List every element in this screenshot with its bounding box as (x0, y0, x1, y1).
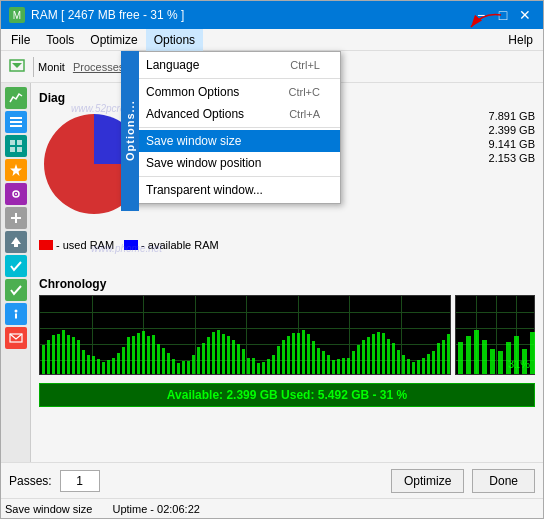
graph-main (39, 295, 451, 375)
dropdown-common-shortcut: Ctrl+C (289, 86, 320, 98)
svg-marker-1 (12, 63, 22, 68)
close-button[interactable]: ✕ (515, 5, 535, 25)
svg-rect-5 (10, 140, 15, 145)
svg-marker-14 (11, 237, 21, 247)
sidebar-icon-check[interactable] (5, 255, 27, 277)
dropdown-common-label: Common Options (146, 85, 239, 99)
menu-optimize[interactable]: Optimize (82, 29, 145, 51)
dropdown-advanced-options[interactable]: Advanced Options Ctrl+A (122, 103, 340, 125)
legend-available: - available RAM (124, 239, 219, 251)
svg-rect-13 (11, 217, 21, 219)
dropdown-advanced-shortcut: Ctrl+A (289, 108, 320, 120)
dropdown-transparent-label: Transparent window... (146, 183, 263, 197)
chronology-title: Chronology (39, 277, 535, 291)
sidebar-icon-star[interactable] (5, 159, 27, 181)
svg-point-11 (15, 193, 17, 195)
title-bar: M RAM [ 2467 MB free - 31 % ] − □ ✕ (1, 1, 543, 29)
dropdown-language-label: Language (146, 58, 199, 72)
bottom-toolbar: Passes: Optimize Done (1, 462, 543, 498)
dropdown-save-window-position[interactable]: Save window position (122, 152, 340, 174)
available-bar-text: Available: 2.399 GB Used: 5.492 GB - 31 … (167, 388, 407, 402)
legend-used-label: - used RAM (56, 239, 114, 251)
available-bar: Available: 2.399 GB Used: 5.492 GB - 31 … (39, 383, 535, 407)
menu-options[interactable]: Options (146, 29, 203, 51)
dropdown-separator-1 (122, 78, 340, 79)
sidebar-icon-list[interactable] (5, 111, 27, 133)
monitoring-label: Monit (38, 61, 65, 73)
svg-rect-8 (17, 147, 22, 152)
diagram-title: Diag (39, 91, 65, 105)
svg-point-15 (14, 310, 17, 313)
dropdown-advanced-label: Advanced Options (146, 107, 244, 121)
sidebar-icon-wrench[interactable] (5, 207, 27, 229)
menu-tools[interactable]: Tools (38, 29, 82, 51)
svg-rect-2 (10, 117, 22, 119)
maximize-button[interactable]: □ (493, 5, 513, 25)
dropdown-save-position-label: Save window position (146, 156, 261, 170)
menu-help[interactable]: Help (500, 31, 541, 49)
graph-small: 31% (455, 295, 535, 375)
sidebar-icon-settings[interactable] (5, 183, 27, 205)
title-buttons: − □ ✕ (471, 5, 535, 25)
sidebar-icon-graph[interactable] (5, 87, 27, 109)
legend-used: - used RAM (39, 239, 114, 251)
status-right: Uptime - 02:06:22 (112, 503, 199, 515)
sidebar-icon-grid[interactable] (5, 135, 27, 157)
status-bar: Save window size Uptime - 02:06:22 (1, 498, 543, 518)
dropdown-language-shortcut: Ctrl+L (290, 59, 320, 71)
sidebar-icon-info[interactable] (5, 303, 27, 325)
sidebar (1, 83, 31, 462)
menu-bar: File Tools Optimize Options Help (1, 29, 543, 51)
legend-available-label: - available RAM (141, 239, 219, 251)
dropdown-separator-3 (122, 176, 340, 177)
chronology-section: Chronology 31% (39, 277, 535, 375)
legend: - used RAM - available RAM (39, 239, 219, 251)
window-title: RAM [ 2467 MB free - 31 % ] (31, 8, 471, 22)
dropdown-save-window-size[interactable]: ✓ Save window size (122, 130, 340, 152)
svg-rect-16 (15, 314, 17, 319)
sidebar-icon-mail[interactable] (5, 327, 27, 349)
toolbar-separator (33, 57, 34, 77)
passes-label: Passes: (9, 474, 52, 488)
dropdown-save-size-label: Save window size (146, 134, 241, 148)
sidebar-icon-arrow[interactable] (5, 231, 27, 253)
dropdown-separator-2 (122, 127, 340, 128)
legend-box-red (39, 240, 53, 250)
dropdown-language[interactable]: Language Ctrl+L (122, 54, 340, 76)
main-window: M RAM [ 2467 MB free - 31 % ] − □ ✕ File… (0, 0, 544, 519)
legend-box-blue (124, 240, 138, 250)
dropdown-transparent-window[interactable]: Transparent window... (122, 179, 340, 201)
svg-rect-6 (17, 140, 22, 145)
minimize-button[interactable]: − (471, 5, 491, 25)
menu-file[interactable]: File (3, 29, 38, 51)
svg-rect-4 (10, 125, 22, 127)
status-left: Save window size (5, 503, 92, 515)
app-icon: M (9, 7, 25, 23)
check-mark-icon: ✓ (128, 135, 137, 148)
svg-rect-7 (10, 147, 15, 152)
svg-marker-9 (10, 164, 22, 176)
passes-input[interactable] (60, 470, 100, 492)
toolbar-icon-1[interactable] (5, 55, 29, 79)
done-button[interactable]: Done (472, 469, 535, 493)
sidebar-icon-check2[interactable] (5, 279, 27, 301)
optimize-button[interactable]: Optimize (391, 469, 464, 493)
svg-rect-3 (10, 121, 22, 123)
chronology-graphs: 31% (39, 295, 535, 375)
options-dropdown: Language Ctrl+L Common Options Ctrl+C Ad… (121, 51, 341, 204)
dropdown-common-options[interactable]: Common Options Ctrl+C (122, 81, 340, 103)
